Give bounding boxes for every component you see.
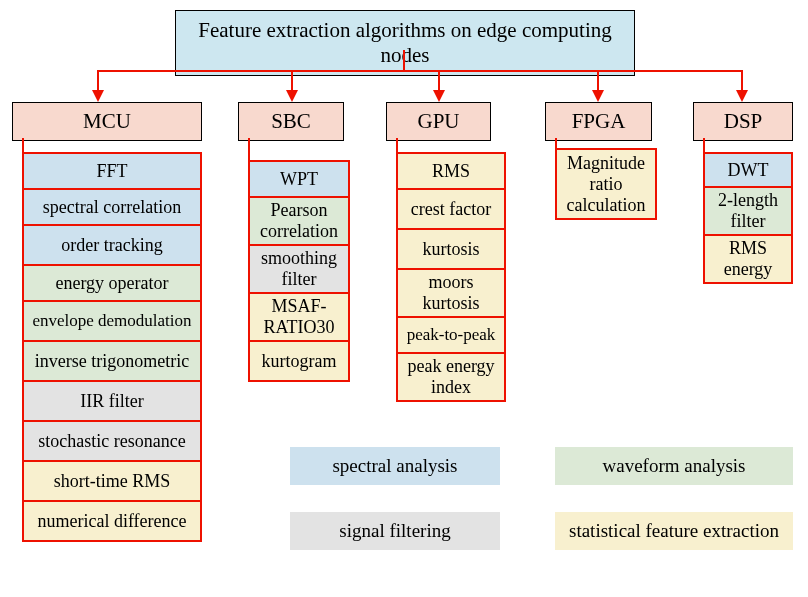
gpu-kurtosis: kurtosis: [398, 228, 506, 270]
mcu-spectral-correlation: spectral correlation: [24, 188, 202, 226]
connector: [396, 138, 398, 152]
mcu-envelope-demod: envelope demodulation: [24, 300, 202, 342]
diagram-title: Feature extraction algorithms on edge co…: [175, 10, 635, 76]
arrow-icon: [286, 90, 298, 102]
connector: [403, 50, 405, 72]
connector: [597, 70, 599, 92]
fpga-list: Magnitude ratio calculation: [555, 148, 657, 220]
gpu-crest: crest factor: [398, 188, 506, 230]
fpga-mag-ratio: Magnitude ratio calculation: [557, 148, 657, 220]
mcu-inverse-trig: inverse trigonometric: [24, 340, 202, 382]
mcu-fft: FFT: [24, 152, 202, 190]
mcu-energy-operator: energy operator: [24, 264, 202, 302]
dsp-list: DWT 2-length filter RMS energy: [703, 152, 793, 284]
category-dsp: DSP: [693, 102, 793, 141]
category-mcu: MCU: [12, 102, 202, 141]
arrow-icon: [736, 90, 748, 102]
mcu-short-rms: short-time RMS: [24, 460, 202, 502]
connector: [248, 138, 250, 160]
category-fpga: FPGA: [545, 102, 652, 141]
gpu-rms: RMS: [398, 152, 506, 190]
legend-waveform: waveform analysis: [555, 447, 793, 485]
gpu-list: RMS crest factor kurtosis moors kurtosis…: [396, 152, 506, 402]
sbc-pearson: Pearson correlation: [250, 196, 350, 246]
connector: [741, 70, 743, 92]
connector: [97, 70, 743, 72]
sbc-list: WPT Pearson correlation smoothing filter…: [248, 160, 350, 382]
mcu-order-tracking: order tracking: [24, 224, 202, 266]
sbc-wpt: WPT: [250, 160, 350, 198]
connector: [291, 70, 293, 92]
mcu-stochastic: stochastic resonance: [24, 420, 202, 462]
sbc-msaf: MSAF-RATIO30: [250, 292, 350, 342]
legend-spectral: spectral analysis: [290, 447, 500, 485]
mcu-num-diff: numerical difference: [24, 500, 202, 542]
gpu-moors: moors kurtosis: [398, 268, 506, 318]
arrow-icon: [592, 90, 604, 102]
connector: [703, 138, 705, 152]
mcu-list: FFT spectral correlation order tracking …: [22, 152, 202, 542]
legend-stat: statistical feature extraction: [555, 512, 793, 550]
gpu-pei: peak energy index: [398, 352, 506, 402]
mcu-iir: IIR filter: [24, 380, 202, 422]
category-gpu: GPU: [386, 102, 491, 141]
connector: [97, 70, 99, 92]
arrow-icon: [433, 90, 445, 102]
category-sbc: SBC: [238, 102, 344, 141]
legend-signal: signal filtering: [290, 512, 500, 550]
dsp-rms-energy: RMS energy: [705, 234, 793, 284]
sbc-smoothing: smoothing filter: [250, 244, 350, 294]
arrow-icon: [92, 90, 104, 102]
connector: [438, 70, 440, 92]
sbc-kurtogram: kurtogram: [250, 340, 350, 382]
dsp-two-length: 2-length filter: [705, 186, 793, 236]
gpu-p2p: peak-to-peak: [398, 316, 506, 354]
connector: [22, 138, 24, 152]
connector: [555, 138, 557, 148]
dsp-dwt: DWT: [705, 152, 793, 188]
